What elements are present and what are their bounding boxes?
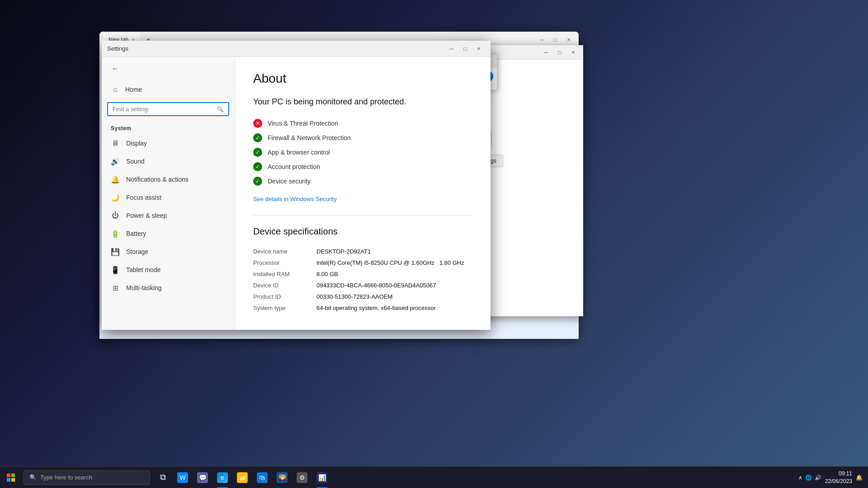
browser-control-label: App & browser control (268, 149, 330, 156)
sidebar-focus-label: Focus assist (126, 194, 161, 201)
sidebar-item-battery[interactable]: 🔋 Battery (102, 225, 235, 243)
security-status-title: Your PC is being monitored and protected… (253, 97, 472, 107)
settings-titlebar: Settings ─ □ × (102, 41, 491, 57)
settings-title: Settings (107, 45, 445, 52)
sidebar-storage-label: Storage (126, 248, 148, 255)
taskbar-time-display: 09:11 (825, 470, 852, 478)
spec-label-processor: Processor (253, 257, 316, 268)
explorer-icon: 📁 (237, 472, 248, 483)
svg-rect-1 (11, 474, 15, 477)
taskbar-settings-btn[interactable]: ⚙ (293, 467, 311, 488)
svg-rect-0 (7, 474, 10, 477)
sidebar-item-home[interactable]: ⌂ Home (102, 80, 235, 99)
taskbar: 🔍 Type here to search ⧉ W 💬 e 📁 🛍 🌄 (0, 466, 868, 488)
spec-label-device-name: Device name (253, 246, 316, 257)
sidebar-notifications-label: Notifications & actions (126, 176, 189, 183)
taskview-icon: ⧉ (157, 472, 168, 483)
spec-label-device-id: Device ID (253, 280, 316, 291)
settings-body: ← ⌂ Home 🔍 System 🖥 Display 🔊 Sound 🔔 (102, 57, 491, 330)
sidebar-tablet-label: Tablet mode (126, 266, 160, 273)
table-row: Product ID 00330-51300-72823-AAOEM (253, 291, 472, 302)
sidebar-home-label: Home (125, 86, 142, 93)
system-section-label: System (102, 120, 235, 134)
home-icon: ⌂ (111, 85, 120, 94)
settings-close-btn[interactable]: × (472, 42, 485, 55)
sidebar-item-storage[interactable]: 💾 Storage (102, 243, 235, 261)
browser-close[interactable]: × (562, 33, 575, 46)
settings-back-btn[interactable]: ← (109, 62, 122, 75)
taskbar-taskview-btn[interactable]: ⧉ (154, 467, 172, 488)
sidebar-item-tablet[interactable]: 📱 Tablet mode (102, 261, 235, 279)
sidebar-item-focus[interactable]: 🌙 Focus assist (102, 188, 235, 206)
account-status-icon: ✓ (253, 162, 262, 171)
network-icon[interactable]: 🌐 (805, 474, 812, 481)
see-details-link[interactable]: See details in Windows Security (253, 196, 472, 202)
firewall-status-icon: ✓ (253, 133, 262, 142)
edge-icon: e (217, 472, 228, 483)
second-win-close[interactable]: × (567, 46, 580, 59)
taskbar-chat-btn[interactable]: 💬 (193, 467, 212, 488)
sidebar-item-sound[interactable]: 🔊 Sound (102, 152, 235, 170)
notifications-icon: 🔔 (111, 175, 120, 184)
table-row: Processor Intel(R) Core(TM) i5-8250U CPU… (253, 257, 472, 268)
table-row: Device ID 094333CD-4BCA-4666-8050-0E9AD4… (253, 280, 472, 291)
multitasking-icon: ⊞ (111, 283, 120, 292)
sidebar-battery-label: Battery (126, 230, 146, 237)
section-divider (253, 215, 472, 216)
taskbar-icons: ⧉ W 💬 e 📁 🛍 🌄 ⚙ 📊 (154, 467, 331, 488)
browser-maximize[interactable]: □ (549, 33, 561, 46)
sidebar-item-multitasking[interactable]: ⊞ Multi-tasking (102, 279, 235, 297)
taskbar-photos-btn[interactable]: 🌄 (273, 467, 291, 488)
settings-search-box[interactable]: 🔍 (107, 102, 229, 116)
spec-label-ram: Installed RAM (253, 268, 316, 280)
spec-label-system-type: System type (253, 302, 316, 314)
taskbar-edge-btn[interactable]: e (213, 467, 231, 488)
device-status-icon: ✓ (253, 177, 262, 186)
taskbar-widget-btn[interactable]: W (174, 467, 192, 488)
power-icon: ⏻ (111, 211, 120, 220)
app-icon: 📊 (316, 472, 327, 483)
second-win-maximize[interactable]: □ (553, 46, 566, 59)
spec-value-device-name: DESKTOP-2D92AT1 (316, 246, 472, 257)
virus-label: Virus & Threat Protection (268, 120, 338, 127)
security-status-box: Your PC is being monitored and protected… (253, 97, 472, 202)
sidebar-item-power[interactable]: ⏻ Power & sleep (102, 206, 235, 225)
settings-search-input[interactable] (113, 106, 213, 113)
sidebar-sound-label: Sound (126, 158, 144, 165)
sidebar-item-display[interactable]: 🖥 Display (102, 134, 235, 152)
spec-value-system-type: 64-bit operating system, x64-based proce… (316, 302, 472, 314)
account-protection-label: Account protection (268, 163, 320, 170)
browser-minimize[interactable]: ─ (535, 33, 548, 46)
sidebar-multitasking-label: Multi-tasking (126, 284, 162, 291)
widget-icon: W (177, 472, 188, 483)
spec-label-product-id: Product ID (253, 291, 316, 302)
settings-nav-top: ← (102, 57, 235, 80)
table-row: System type 64-bit operating system, x64… (253, 302, 472, 314)
settings-icon: ⚙ (297, 472, 307, 483)
sidebar-item-notifications[interactable]: 🔔 Notifications & actions (102, 170, 235, 188)
virus-status-icon: ✕ (253, 119, 262, 128)
taskbar-store-btn[interactable]: 🛍 (253, 467, 271, 488)
taskbar-search[interactable]: 🔍 Type here to search (24, 470, 150, 485)
device-security-label: Device security (268, 178, 311, 185)
settings-win-controls: ─ □ × (445, 42, 485, 55)
table-row: Installed RAM 8.00 GB (253, 268, 472, 280)
volume-icon[interactable]: 🔊 (815, 474, 821, 481)
store-icon: 🛍 (257, 472, 268, 483)
security-item-browser: ✓ App & browser control (253, 145, 472, 160)
start-button[interactable] (0, 467, 22, 488)
settings-minimize-btn[interactable]: ─ (445, 42, 458, 55)
second-win-minimize[interactable]: ─ (540, 46, 552, 59)
taskbar-app-btn[interactable]: 📊 (313, 467, 331, 488)
chevron-up-icon[interactable]: ∧ (798, 474, 802, 481)
tablet-icon: 📱 (111, 265, 120, 274)
taskbar-search-icon: 🔍 (29, 474, 37, 481)
taskbar-clock[interactable]: 09:11 22/06/2023 (825, 470, 852, 485)
taskbar-sys-icons: ∧ 🌐 🔊 (798, 474, 821, 481)
settings-maximize-btn[interactable]: □ (459, 42, 472, 55)
security-item-firewall: ✓ Firewall & Network Protection (253, 131, 472, 145)
notification-icon[interactable]: 🔔 (856, 474, 863, 481)
settings-main-content: About Your PC is being monitored and pro… (235, 57, 491, 330)
page-title: About (253, 71, 472, 86)
taskbar-explorer-btn[interactable]: 📁 (233, 467, 251, 488)
